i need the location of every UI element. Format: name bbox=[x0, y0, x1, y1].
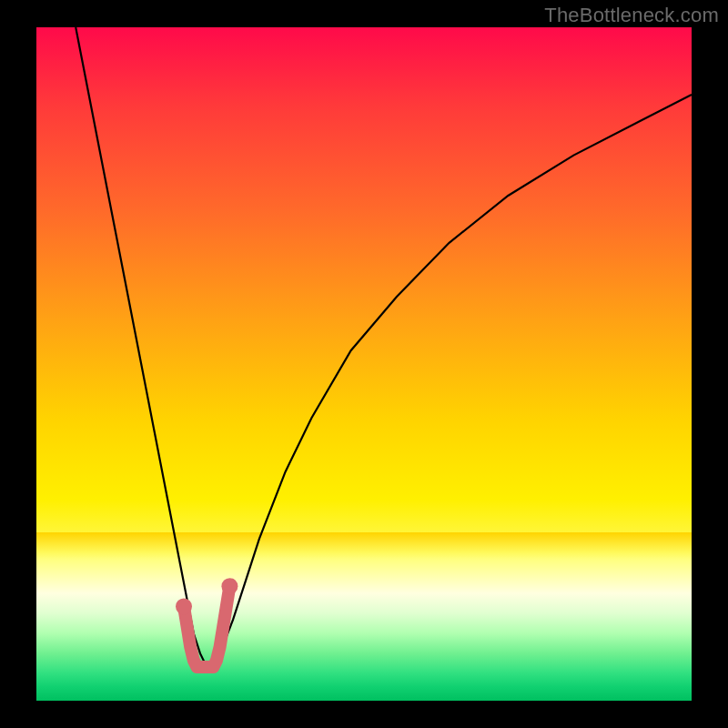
plot-area bbox=[36, 27, 692, 701]
curve-layer bbox=[36, 27, 692, 701]
optimal-marker-dot bbox=[221, 578, 238, 594]
watermark-text: TheBottleneck.com bbox=[544, 4, 719, 27]
optimal-marker-dot bbox=[176, 598, 192, 614]
chart-frame: TheBottleneck.com bbox=[0, 0, 728, 728]
optimal-marker-path bbox=[184, 586, 229, 667]
bottleneck-curve bbox=[76, 27, 692, 667]
